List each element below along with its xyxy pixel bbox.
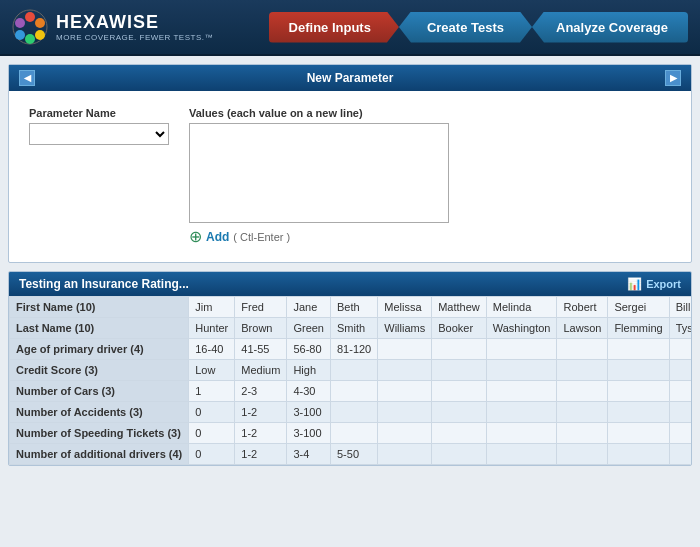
- table-cell: [608, 402, 669, 423]
- table-row: Credit Score (3)LowMediumHigh: [10, 360, 693, 381]
- svg-point-5: [15, 30, 25, 40]
- logo-title: HEXAWISE: [56, 12, 213, 33]
- table-cell: [669, 381, 692, 402]
- table-cell: [330, 360, 377, 381]
- table-section: Testing an Insurance Rating... 📊 Export …: [8, 271, 692, 466]
- table-cell: [432, 402, 487, 423]
- table-cell: 1-2: [235, 423, 287, 444]
- main-content: ◀ New Parameter ▶ Parameter Name Values …: [0, 56, 700, 547]
- table-cell: 3-4: [287, 444, 331, 465]
- nav-tab-define-inputs[interactable]: Define Inputs: [269, 12, 399, 43]
- nav-tab-create-tests[interactable]: Create Tests: [399, 12, 532, 43]
- table-cell: Tyson: [669, 318, 692, 339]
- table-cell: 16-40: [189, 339, 235, 360]
- table-cell: [669, 423, 692, 444]
- table-cell: Bill: [669, 297, 692, 318]
- add-button-area: ⊕ Add ( Ctl-Enter ): [189, 227, 671, 246]
- table-cell: Melinda: [486, 297, 557, 318]
- add-circle-icon: ⊕: [189, 227, 202, 246]
- table-cell: [486, 402, 557, 423]
- app-header: HEXAWISE MORE COVERAGE. FEWER TESTS.™ De…: [0, 0, 700, 56]
- values-textarea[interactable]: [189, 123, 449, 223]
- logo-text: HEXAWISE MORE COVERAGE. FEWER TESTS.™: [56, 12, 213, 42]
- table-cell: [608, 444, 669, 465]
- table-cell: 5-50: [330, 444, 377, 465]
- table-cell: 56-80: [287, 339, 331, 360]
- table-cell: Fred: [235, 297, 287, 318]
- table-cell: 81-120: [330, 339, 377, 360]
- table-row: Last Name (10)HunterBrownGreenSmithWilli…: [10, 318, 693, 339]
- table-cell: Jane: [287, 297, 331, 318]
- table-cell: Brown: [235, 318, 287, 339]
- values-label-hint: (each value on a new line): [227, 107, 363, 119]
- row-label: Number of additional drivers (4): [10, 444, 189, 465]
- parameter-name-select[interactable]: [29, 123, 169, 145]
- row-label: First Name (10): [10, 297, 189, 318]
- table-cell: [486, 339, 557, 360]
- add-button[interactable]: Add: [206, 230, 229, 244]
- svg-point-2: [35, 18, 45, 28]
- table-cell: High: [287, 360, 331, 381]
- new-parameter-title: New Parameter: [307, 71, 394, 85]
- svg-point-1: [25, 12, 35, 22]
- table-cell: [486, 444, 557, 465]
- table-row: Number of Speeding Tickets (3)01-23-100: [10, 423, 693, 444]
- table-cell: Smith: [330, 318, 377, 339]
- table-title: Testing an Insurance Rating...: [19, 277, 189, 291]
- panel-collapse-icon[interactable]: ◀: [19, 70, 35, 86]
- table-cell: 1-2: [235, 444, 287, 465]
- table-cell: [608, 381, 669, 402]
- values-label: Values (each value on a new line): [189, 107, 671, 119]
- table-cell: 2-3: [235, 381, 287, 402]
- nav-label-define-inputs: Define Inputs: [289, 20, 371, 35]
- table-cell: [432, 423, 487, 444]
- table-cell: [432, 360, 487, 381]
- svg-point-3: [35, 30, 45, 40]
- table-cell: [378, 423, 432, 444]
- export-button[interactable]: 📊 Export: [627, 277, 681, 291]
- svg-point-6: [15, 18, 25, 28]
- table-row: Number of Accidents (3)01-23-100: [10, 402, 693, 423]
- logo-subtitle: MORE COVERAGE. FEWER TESTS.™: [56, 33, 213, 42]
- table-cell: 0: [189, 423, 235, 444]
- row-label: Number of Cars (3): [10, 381, 189, 402]
- table-cell: Robert: [557, 297, 608, 318]
- panel-expand-icon[interactable]: ▶: [665, 70, 681, 86]
- table-cell: 4-30: [287, 381, 331, 402]
- table-cell: [557, 402, 608, 423]
- nav-label-analyze-coverage: Analyze Coverage: [556, 20, 668, 35]
- new-parameter-header: ◀ New Parameter ▶: [9, 65, 691, 91]
- table-row: Number of Cars (3)12-34-30: [10, 381, 693, 402]
- table-cell: [669, 339, 692, 360]
- row-label: Number of Speeding Tickets (3): [10, 423, 189, 444]
- table-cell: [378, 402, 432, 423]
- parameter-name-field: Parameter Name: [29, 107, 169, 145]
- export-label: Export: [646, 278, 681, 290]
- table-cell: [486, 381, 557, 402]
- row-label: Age of primary driver (4): [10, 339, 189, 360]
- nav-tab-analyze-coverage[interactable]: Analyze Coverage: [532, 12, 688, 43]
- table-cell: Flemming: [608, 318, 669, 339]
- table-cell: [330, 402, 377, 423]
- add-shortcut-hint: ( Ctl-Enter ): [233, 231, 290, 243]
- table-cell: 0: [189, 444, 235, 465]
- table-cell: Washington: [486, 318, 557, 339]
- table-cell: [378, 339, 432, 360]
- table-cell: Low: [189, 360, 235, 381]
- table-cell: [608, 423, 669, 444]
- table-cell: Hunter: [189, 318, 235, 339]
- parameter-name-label: Parameter Name: [29, 107, 169, 119]
- table-cell: 3-100: [287, 423, 331, 444]
- table-row: Age of primary driver (4)16-4041-5556-80…: [10, 339, 693, 360]
- table-cell: Green: [287, 318, 331, 339]
- table-cell: 41-55: [235, 339, 287, 360]
- row-label: Number of Accidents (3): [10, 402, 189, 423]
- table-cell: [432, 444, 487, 465]
- table-cell: [486, 360, 557, 381]
- table-cell: Matthew: [432, 297, 487, 318]
- table-cell: [330, 381, 377, 402]
- table-cell: [378, 381, 432, 402]
- table-cell: Jim: [189, 297, 235, 318]
- table-cell: [608, 360, 669, 381]
- table-cell: [557, 444, 608, 465]
